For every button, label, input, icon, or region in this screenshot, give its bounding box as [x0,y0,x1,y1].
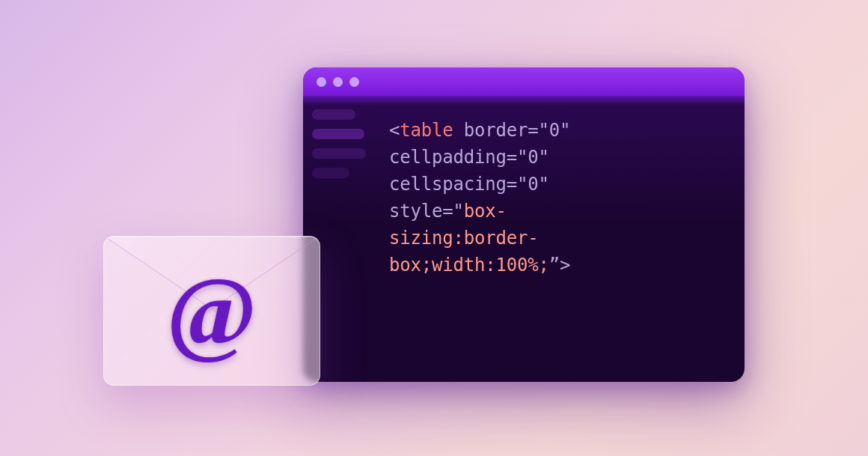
traffic-light-icon [317,77,326,87]
code-line: cellspacing="0" [389,171,730,198]
at-symbol-icon: @ [167,262,257,359]
sidebar-placeholder-line [312,148,366,159]
code-line: box;width:100%;”> [389,252,730,279]
code-content: <table border="0" cellpadding="0" cellsp… [367,96,745,382]
code-line: cellpadding="0" [389,144,730,171]
sidebar-placeholder-line [312,109,355,120]
code-line: sizing:border- [389,225,730,252]
window-body: <table border="0" cellpadding="0" cellsp… [303,96,745,382]
window-titlebar [303,67,745,96]
traffic-light-icon [333,77,343,87]
code-line: <table border="0" [389,117,730,144]
traffic-light-icon [349,77,359,87]
email-envelope-icon: @ [103,236,320,386]
code-line: style="box- [389,198,730,225]
sidebar-placeholder-line [312,168,349,178]
code-editor-window: <table border="0" cellpadding="0" cellsp… [303,67,745,382]
sidebar-placeholder-line [312,129,364,139]
